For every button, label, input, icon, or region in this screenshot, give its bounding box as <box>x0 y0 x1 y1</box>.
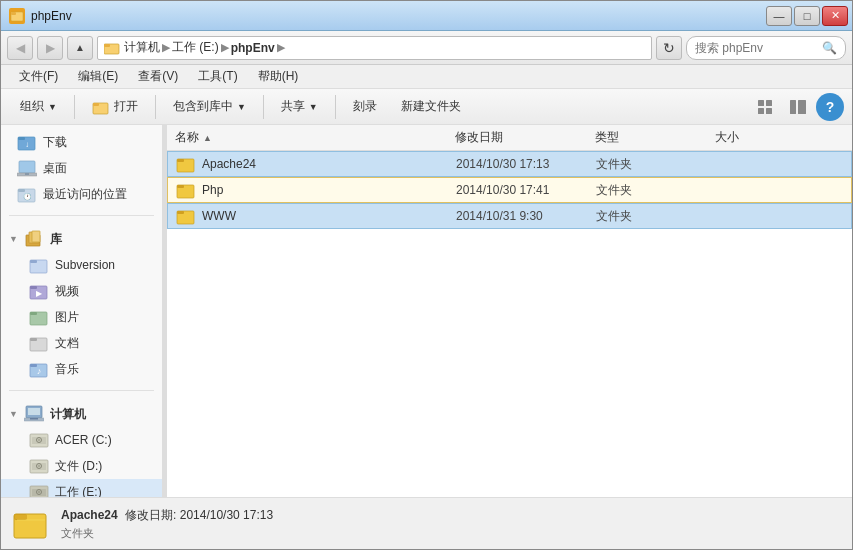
file-cell-type: 文件夹 <box>596 182 716 199</box>
breadcrumb-work-drive[interactable]: 工作 (E:) <box>172 39 219 56</box>
search-icon[interactable]: 🔍 <box>822 41 837 55</box>
refresh-button[interactable]: ↻ <box>656 36 682 60</box>
sidebar-item-subversion[interactable]: Subversion <box>1 252 162 278</box>
table-row[interactable]: WWW 2014/10/31 9:30 文件夹 <box>167 203 852 229</box>
organize-label: 组织 <box>20 98 44 115</box>
burn-label: 刻录 <box>353 98 377 115</box>
minimize-button[interactable]: — <box>766 6 792 26</box>
svg-rect-7 <box>766 100 772 106</box>
burn-button[interactable]: 刻录 <box>342 93 388 121</box>
back-button[interactable]: ◀ <box>7 36 33 60</box>
col-header-size[interactable]: 大小 <box>715 129 844 146</box>
status-text: Apache24 修改日期: 2014/10/30 17:13 文件夹 <box>61 507 273 541</box>
open-button[interactable]: 打开 <box>81 93 149 121</box>
toolbar-sep-2 <box>155 95 156 119</box>
svg-rect-9 <box>766 108 772 114</box>
col-header-name[interactable]: 名称 ▲ <box>175 129 455 146</box>
svg-rect-13 <box>18 137 25 140</box>
panel-button[interactable] <box>784 93 812 121</box>
content-area: 名称 ▲ 修改日期 类型 大小 <box>167 125 852 497</box>
sidebar-item-recent[interactable]: 🕐 最近访问的位置 <box>1 181 162 207</box>
menu-file[interactable]: 文件(F) <box>9 66 68 87</box>
desktop-label: 桌面 <box>43 160 67 177</box>
file-cell-date: 2014/10/30 17:41 <box>456 183 596 197</box>
open-icon <box>92 99 110 115</box>
download-label: 下载 <box>43 134 67 151</box>
download-folder-icon: ↓ <box>17 133 37 151</box>
col-date-label: 修改日期 <box>455 130 503 144</box>
view-list-icon <box>758 100 774 114</box>
sidebar-scroll[interactable]: ↓ 下载 桌面 <box>1 125 162 497</box>
maximize-button[interactable]: □ <box>794 6 820 26</box>
toolbar-sep-3 <box>263 95 264 119</box>
menu-view[interactable]: 查看(V) <box>128 66 188 87</box>
include-library-button[interactable]: 包含到库中 ▼ <box>162 93 257 121</box>
address-bar[interactable]: 计算机 ▶ 工作 (E:) ▶ phpEnv ▶ <box>97 36 652 60</box>
table-row[interactable]: Apache24 2014/10/30 17:13 文件夹 <box>167 151 852 177</box>
sidebar-item-drive-e[interactable]: 工作 (E:) <box>1 479 162 497</box>
folder-icon <box>176 181 196 199</box>
menu-tools[interactable]: 工具(T) <box>188 66 247 87</box>
svg-point-47 <box>38 465 40 467</box>
sidebar-item-drive-c[interactable]: ACER (C:) <box>1 427 162 453</box>
svg-text:▶: ▶ <box>36 289 43 298</box>
new-folder-button[interactable]: 新建文件夹 <box>390 93 472 121</box>
music-label: 音乐 <box>55 361 79 378</box>
col-header-type[interactable]: 类型 <box>595 129 715 146</box>
sidebar-item-desktop[interactable]: 桌面 <box>1 155 162 181</box>
file-cell-date: 2014/10/30 17:13 <box>456 157 596 171</box>
drive-c-icon <box>29 431 49 449</box>
sidebar-item-music[interactable]: ♪ 音乐 <box>1 356 162 382</box>
view-toggle-button[interactable] <box>752 93 780 121</box>
main-area: ↓ 下载 桌面 <box>1 125 852 497</box>
sidebar-item-doc[interactable]: 文档 <box>1 330 162 356</box>
col-name-label: 名称 <box>175 129 199 146</box>
breadcrumb-phpenv[interactable]: phpEnv <box>231 41 275 55</box>
search-bar[interactable]: 🔍 <box>686 36 846 60</box>
sidebar-item-download[interactable]: ↓ 下载 <box>1 129 162 155</box>
title-bar-controls: — □ ✕ <box>766 6 848 26</box>
open-label: 打开 <box>114 98 138 115</box>
forward-button[interactable]: ▶ <box>37 36 63 60</box>
table-row[interactable]: Php 2014/10/30 17:41 文件夹 <box>167 177 852 203</box>
help-button[interactable]: ? <box>816 93 844 121</box>
svg-text:↓: ↓ <box>25 140 29 149</box>
sidebar: ↓ 下载 桌面 <box>1 125 163 497</box>
sidebar-computer-header[interactable]: ▼ 计算机 <box>1 399 162 427</box>
music-folder-icon: ♪ <box>29 360 49 378</box>
drive-e-icon <box>29 483 49 497</box>
file-list[interactable]: Apache24 2014/10/30 17:13 文件夹 Php <box>167 151 852 497</box>
sidebar-item-video[interactable]: ▶ 视频 <box>1 278 162 304</box>
svg-text:♪: ♪ <box>37 366 42 376</box>
svg-rect-25 <box>30 260 37 263</box>
organize-button[interactable]: 组织 ▼ <box>9 93 68 121</box>
up-button[interactable]: ▲ <box>67 36 93 60</box>
sort-arrow: ▲ <box>203 133 212 143</box>
sidebar-computer: ▼ 计算机 <box>1 395 162 497</box>
menu-help[interactable]: 帮助(H) <box>248 66 309 87</box>
menu-edit[interactable]: 编辑(E) <box>68 66 128 87</box>
share-button[interactable]: 共享 ▼ <box>270 93 329 121</box>
close-button[interactable]: ✕ <box>822 6 848 26</box>
svg-point-43 <box>38 439 40 441</box>
include-library-label: 包含到库中 <box>173 98 233 115</box>
search-input[interactable] <box>695 41 818 55</box>
sidebar-libraries-header[interactable]: ▼ 库 <box>1 224 162 252</box>
sidebar-item-photo[interactable]: 图片 <box>1 304 162 330</box>
col-header-date[interactable]: 修改日期 <box>455 129 595 146</box>
toolbar-sep-4 <box>335 95 336 119</box>
sidebar-libraries: ▼ 库 Subversion <box>1 220 162 386</box>
toolbar: 组织 ▼ 打开 包含到库中 ▼ 共享 ▼ 刻录 新建文件夹 <box>1 89 852 125</box>
breadcrumb-computer[interactable]: 计算机 <box>124 39 160 56</box>
file-cell-type: 文件夹 <box>596 208 716 225</box>
folder-icon <box>176 207 196 225</box>
main-window: phpEnv — □ ✕ ◀ ▶ ▲ 计算机 ▶ 工作 (E:) ▶ phpEn… <box>0 0 853 550</box>
subversion-icon <box>29 256 49 274</box>
file-cell-type: 文件夹 <box>596 156 716 173</box>
library-icon <box>24 230 44 248</box>
sidebar-item-drive-d[interactable]: 文件 (D:) <box>1 453 162 479</box>
svg-rect-11 <box>798 100 806 114</box>
drive-d-label: 文件 (D:) <box>55 458 102 475</box>
include-arrow: ▼ <box>237 102 246 112</box>
title-bar: phpEnv — □ ✕ <box>1 1 852 31</box>
